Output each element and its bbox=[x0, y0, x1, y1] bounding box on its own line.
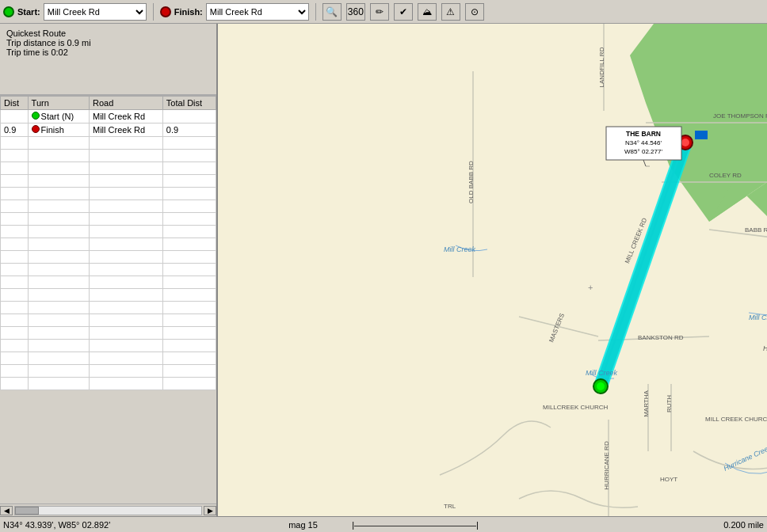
finish-label: Finish: bbox=[174, 7, 203, 17]
col-turn: Turn bbox=[28, 97, 89, 110]
col-road: Road bbox=[90, 97, 163, 110]
status-scale-separator: |——————————————| bbox=[352, 520, 479, 530]
svg-text:BABB RD: BABB RD bbox=[745, 226, 767, 234]
svg-text:MARTHA: MARTHA bbox=[643, 390, 650, 417]
svg-rect-26 bbox=[695, 131, 708, 139]
table-empty-row bbox=[1, 175, 216, 188]
table-empty-row bbox=[1, 226, 216, 238]
cell-dist: 0.9 bbox=[1, 124, 29, 137]
start-group: Start: Mill Creek Rd bbox=[3, 3, 147, 21]
cell-total bbox=[162, 110, 216, 124]
svg-text:LANDFILL RD: LANDFILL RD bbox=[598, 47, 605, 87]
check-icon-btn[interactable]: ✔ bbox=[394, 3, 413, 21]
cell-road: Mill Creek Rd bbox=[90, 110, 163, 124]
table-empty-row bbox=[1, 302, 216, 314]
circle-icon-btn[interactable]: ⊙ bbox=[465, 3, 484, 21]
svg-text:OLD BABB RD: OLD BABB RD bbox=[467, 161, 475, 203]
table-empty-row bbox=[1, 327, 216, 340]
svg-text:HURRICANE RD: HURRICANE RD bbox=[603, 441, 610, 490]
map-canvas: + LANDFILL RD JOE THOMPSON RD Mill Creek… bbox=[218, 24, 767, 516]
svg-text:W85° 02.277': W85° 02.277' bbox=[624, 148, 662, 155]
finish-group: Finish: Mill Creek Rd bbox=[160, 3, 309, 21]
red-dot-icon bbox=[32, 125, 40, 133]
start-dot-icon bbox=[3, 6, 14, 17]
finish-select[interactable]: Mill Creek Rd bbox=[206, 3, 309, 21]
table-empty-row bbox=[1, 238, 216, 251]
toolbar: Start: Mill Creek Rd Finish: Mill Creek … bbox=[0, 0, 767, 24]
status-coordinates: N34° 43.939', W85° 02.892' bbox=[3, 520, 273, 530]
svg-text:MILLCREEK CHURCH: MILLCREEK CHURCH bbox=[543, 404, 608, 411]
cell-turn: Start (N) bbox=[28, 110, 89, 124]
table-empty-row bbox=[1, 340, 216, 352]
table-empty-row bbox=[1, 365, 216, 378]
route-info-line2: Trip distance is 0.9 mi bbox=[6, 38, 210, 48]
route-info-line1: Quickest Route bbox=[6, 28, 210, 38]
map-area[interactable]: + LANDFILL RD JOE THOMPSON RD Mill Creek… bbox=[218, 24, 767, 516]
directions-table: Dist Turn Road Total Dist Start (N) Mill… bbox=[0, 96, 216, 390]
svg-text:BANKSTON RD: BANKSTON RD bbox=[638, 334, 684, 341]
route-info-line3: Trip time is 0:02 bbox=[6, 48, 210, 57]
start-label: Start: bbox=[17, 7, 40, 17]
main-content: Quickest Route Trip distance is 0.9 mi T… bbox=[0, 24, 767, 516]
svg-text:N34° 44.546': N34° 44.546' bbox=[625, 139, 662, 146]
table-empty-row bbox=[1, 352, 216, 365]
panorama-icon-btn[interactable]: 360 bbox=[346, 3, 365, 21]
svg-text:TRL: TRL bbox=[444, 503, 456, 510]
cell-total: 0.9 bbox=[162, 124, 216, 137]
table-empty-row bbox=[1, 213, 216, 226]
col-dist: Dist bbox=[1, 97, 29, 110]
svg-text:MILL CREEK CHURCH: MILL CREEK CHURCH bbox=[705, 416, 767, 423]
cell-dist bbox=[1, 110, 29, 124]
svg-text:+: + bbox=[588, 283, 593, 292]
col-total: Total Dist bbox=[162, 97, 216, 110]
scroll-left-arrow[interactable]: ◀ bbox=[0, 506, 13, 515]
status-magnification: mag 15 bbox=[288, 520, 336, 530]
svg-text:Hurricane Valley: Hurricane Valley bbox=[763, 344, 767, 352]
svg-text:THE BARN: THE BARN bbox=[626, 130, 661, 138]
svg-text:RUTH: RUTH bbox=[666, 395, 673, 412]
table-empty-row bbox=[1, 137, 216, 150]
directions-table-wrap[interactable]: Dist Turn Road Total Dist Start (N) Mill… bbox=[0, 95, 216, 504]
cell-turn: Finish bbox=[28, 124, 89, 137]
table-empty-row bbox=[1, 378, 216, 390]
svg-text:COLEY RD: COLEY RD bbox=[709, 172, 742, 179]
finish-dot-icon bbox=[160, 6, 171, 17]
scrollbar-track[interactable] bbox=[14, 506, 202, 515]
status-scale: 0.200 mile bbox=[494, 520, 764, 530]
draw-icon-btn[interactable]: ✏ bbox=[370, 3, 389, 21]
green-dot-icon bbox=[32, 112, 40, 120]
svg-text:HOYT: HOYT bbox=[660, 476, 677, 483]
table-empty-row bbox=[1, 162, 216, 175]
status-bar: N34° 43.939', W85° 02.892' mag 15 |—————… bbox=[0, 516, 767, 532]
toolbar-separator-2 bbox=[315, 3, 316, 21]
route-info: Quickest Route Trip distance is 0.9 mi T… bbox=[0, 24, 216, 95]
table-empty-row bbox=[1, 251, 216, 264]
left-scrollbar[interactable]: ◀ ▶ bbox=[0, 504, 216, 516]
table-empty-row bbox=[1, 289, 216, 302]
table-row: Start (N) Mill Creek Rd bbox=[1, 110, 216, 124]
svg-text:Mill Creek: Mill Creek bbox=[586, 369, 618, 377]
warning-icon-btn[interactable]: ⚠ bbox=[441, 3, 460, 21]
search-icon-btn[interactable]: 🔍 bbox=[322, 3, 342, 21]
cell-road: Mill Creek Rd bbox=[90, 124, 163, 137]
table-empty-row bbox=[1, 150, 216, 162]
table-empty-row bbox=[1, 264, 216, 276]
svg-point-23 bbox=[597, 382, 605, 390]
toolbar-separator-1 bbox=[153, 3, 154, 21]
table-empty-row bbox=[1, 200, 216, 213]
table-empty-row bbox=[1, 188, 216, 200]
scroll-right-arrow[interactable]: ▶ bbox=[204, 506, 216, 515]
left-panel: Quickest Route Trip distance is 0.9 mi T… bbox=[0, 24, 218, 516]
terrain-icon-btn[interactable]: ⛰ bbox=[418, 3, 437, 21]
table-empty-row bbox=[1, 276, 216, 289]
svg-text:Mill Creek: Mill Creek bbox=[749, 314, 767, 321]
svg-text:JOE THOMPSON RD: JOE THOMPSON RD bbox=[713, 112, 767, 120]
svg-point-25 bbox=[681, 139, 689, 146]
table-empty-row bbox=[1, 314, 216, 327]
table-row: 0.9 Finish Mill Creek Rd 0.9 bbox=[1, 124, 216, 137]
scrollbar-thumb[interactable] bbox=[15, 507, 39, 515]
start-select[interactable]: Mill Creek Rd bbox=[44, 3, 147, 21]
svg-text:Mill Creek: Mill Creek bbox=[444, 245, 476, 253]
